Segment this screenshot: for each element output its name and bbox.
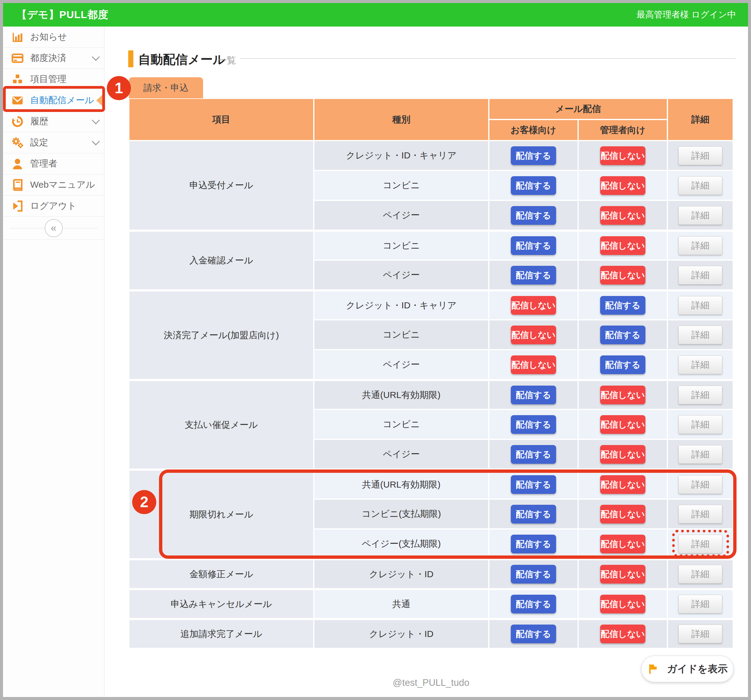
- type-cell: コンビニ(支払期限): [314, 499, 489, 529]
- customer-cell: 配信する: [489, 469, 578, 499]
- customer-delivery-badge[interactable]: 配信する: [511, 445, 556, 464]
- item-group-cell: 支払い催促メール: [129, 380, 314, 469]
- table-row: 金額修正メールクレジット・ID配信する配信しない詳細: [129, 559, 733, 589]
- bar-chart-icon: [11, 31, 23, 43]
- customer-delivery-badge[interactable]: 配信しない: [511, 355, 556, 374]
- admin-delivery-badge[interactable]: 配信しない: [600, 535, 645, 553]
- admin-delivery-badge[interactable]: 配信しない: [600, 176, 645, 195]
- detail-button[interactable]: 詳細: [678, 595, 722, 613]
- detail-button[interactable]: 詳細: [678, 415, 722, 434]
- detail-button[interactable]: 詳細: [678, 445, 722, 464]
- admin-delivery-badge[interactable]: 配信しない: [600, 475, 645, 494]
- type-cell: クレジット・ID: [314, 618, 489, 648]
- detail-button[interactable]: 詳細: [678, 296, 722, 315]
- show-guide-button[interactable]: ガイドを表示: [641, 656, 734, 682]
- customer-delivery-badge[interactable]: 配信する: [511, 505, 556, 524]
- admin-delivery-badge[interactable]: 配信しない: [600, 565, 645, 584]
- admin-delivery-badge[interactable]: 配信しない: [600, 266, 645, 284]
- admin-delivery-badge[interactable]: 配信しない: [600, 415, 645, 434]
- customer-delivery-badge[interactable]: 配信する: [511, 475, 556, 494]
- admin-delivery-badge[interactable]: 配信しない: [600, 595, 645, 613]
- detail-cell: 詳細: [668, 141, 733, 170]
- tab-billing-application[interactable]: 請求・申込: [129, 77, 203, 98]
- title-accent-bar: [128, 50, 133, 67]
- sidebar-item-notices[interactable]: お知らせ: [3, 26, 104, 48]
- customer-delivery-badge[interactable]: 配信しない: [511, 326, 556, 344]
- sidebar-item-history[interactable]: 履歴: [3, 111, 104, 132]
- detail-button-highlighted[interactable]: 詳細: [678, 535, 722, 553]
- customer-cell: 配信する: [489, 499, 578, 529]
- flag-icon: [647, 663, 659, 675]
- detail-button[interactable]: 詳細: [678, 386, 722, 404]
- customer-delivery-badge[interactable]: 配信する: [511, 624, 556, 643]
- customer-delivery-badge[interactable]: 配信する: [511, 206, 556, 225]
- customer-cell: 配信する: [489, 559, 578, 589]
- type-cell: コンビニ: [314, 320, 489, 350]
- col-header-mail: メール配信: [489, 98, 668, 119]
- sidebar: お知らせ都度決済項目管理自動配信メール履歴設定管理者Webマニュアルログアウト …: [3, 26, 104, 697]
- detail-button[interactable]: 詳細: [678, 146, 722, 165]
- sidebar-collapse-button[interactable]: «: [45, 219, 63, 237]
- customer-delivery-badge[interactable]: 配信する: [511, 266, 556, 284]
- detail-button[interactable]: 詳細: [678, 236, 722, 255]
- admin-delivery-badge[interactable]: 配信しない: [600, 445, 645, 464]
- admin-delivery-badge[interactable]: 配信する: [600, 326, 645, 344]
- detail-cell: 詳細: [668, 469, 733, 499]
- detail-button[interactable]: 詳細: [678, 565, 722, 584]
- sidebar-item-auto-mail[interactable]: 自動配信メール: [3, 90, 104, 111]
- item-group-cell: 決済完了メール(加盟店向け): [129, 290, 314, 380]
- admin-delivery-badge[interactable]: 配信しない: [600, 206, 645, 225]
- admin-cell: 配信しない: [578, 589, 668, 618]
- admin-delivery-badge[interactable]: 配信する: [600, 296, 645, 315]
- customer-delivery-badge[interactable]: 配信する: [511, 415, 556, 434]
- item-group-cell: 追加請求完了メール: [129, 618, 314, 648]
- sidebar-item-label: 設定: [30, 136, 48, 149]
- detail-button[interactable]: 詳細: [678, 475, 722, 494]
- detail-cell: 詳細: [668, 290, 733, 320]
- detail-cell: 詳細: [668, 260, 733, 290]
- page-title: 自動配信メール: [138, 51, 226, 68]
- admin-delivery-badge[interactable]: 配信しない: [600, 236, 645, 255]
- gear-icon: [11, 137, 23, 149]
- detail-button[interactable]: 詳細: [678, 355, 722, 374]
- detail-button[interactable]: 詳細: [678, 505, 722, 524]
- admin-delivery-badge[interactable]: 配信しない: [600, 386, 645, 404]
- sidebar-item-web-manual[interactable]: Webマニュアル: [3, 175, 104, 196]
- admin-cell: 配信しない: [578, 618, 668, 648]
- admin-delivery-badge[interactable]: 配信しない: [600, 146, 645, 165]
- customer-delivery-badge[interactable]: 配信する: [511, 535, 556, 553]
- type-cell: コンビニ: [314, 409, 489, 439]
- detail-button[interactable]: 詳細: [678, 266, 722, 284]
- type-cell: ペイジー: [314, 200, 489, 230]
- item-group-cell: 入金確認メール: [129, 230, 314, 290]
- sidebar-item-item-management[interactable]: 項目管理: [3, 69, 104, 90]
- customer-cell: 配信する: [489, 170, 578, 200]
- sidebar-item-settings[interactable]: 設定: [3, 132, 104, 153]
- detail-button[interactable]: 詳細: [678, 326, 722, 344]
- admin-cell: 配信しない: [578, 439, 668, 469]
- admin-delivery-badge[interactable]: 配信しない: [600, 624, 645, 643]
- detail-button[interactable]: 詳細: [678, 206, 722, 225]
- admin-delivery-badge[interactable]: 配信しない: [600, 505, 645, 524]
- admin-delivery-badge[interactable]: 配信する: [600, 355, 645, 374]
- customer-delivery-badge[interactable]: 配信する: [511, 176, 556, 195]
- type-cell: クレジット・ID・キャリア: [314, 141, 489, 170]
- sidebar-item-logout[interactable]: ログアウト: [3, 196, 104, 216]
- detail-button[interactable]: 詳細: [678, 176, 722, 195]
- customer-delivery-badge[interactable]: 配信する: [511, 386, 556, 404]
- app-header: 【デモ】PULL都度 最高管理者様 ログイン中: [3, 3, 748, 26]
- sidebar-item-label: お知らせ: [30, 31, 67, 43]
- detail-cell: 詳細: [668, 230, 733, 260]
- customer-delivery-badge[interactable]: 配信しない: [511, 296, 556, 315]
- sidebar-item-spot-payment[interactable]: 都度決済: [3, 48, 104, 69]
- sidebar-item-label: ログアウト: [30, 200, 77, 212]
- customer-delivery-badge[interactable]: 配信する: [511, 595, 556, 613]
- admin-cell: 配信しない: [578, 170, 668, 200]
- customer-delivery-badge[interactable]: 配信する: [511, 146, 556, 165]
- detail-button[interactable]: 詳細: [678, 624, 722, 643]
- admin-cell: 配信する: [578, 350, 668, 380]
- customer-cell: 配信する: [489, 260, 578, 290]
- sidebar-item-administrator[interactable]: 管理者: [3, 153, 104, 175]
- customer-delivery-badge[interactable]: 配信する: [511, 565, 556, 584]
- customer-delivery-badge[interactable]: 配信する: [511, 236, 556, 255]
